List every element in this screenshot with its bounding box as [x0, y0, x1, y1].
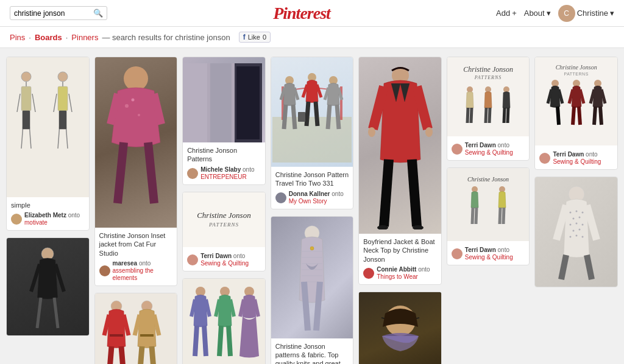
pin-card[interactable]: Christine Jonson Inset jacket from Cat F… [94, 57, 178, 286]
boards-crumb[interactable]: Boards [35, 33, 62, 42]
pinner-name: Michele Slaby [200, 166, 241, 173]
svg-point-106 [581, 236, 583, 237]
pin-image: Christine Jonson Patterns [447, 57, 530, 136]
pin-footer: Terri Dawn onto Sewing & Quilting [183, 247, 265, 271]
pin-card[interactable]: simple Elizabeth Metz onto motivate [6, 57, 90, 231]
svg-rect-54 [298, 112, 305, 122]
pinner-avatar [187, 254, 198, 265]
pins-crumb[interactable]: Pins [10, 33, 25, 42]
onto-text: onto [332, 191, 343, 197]
pin-card[interactable]: Christine Jonson PATTERNS Terri Dawn ont… [182, 192, 266, 271]
board-name[interactable]: motivate [24, 219, 48, 226]
pin-card[interactable] [534, 177, 618, 287]
search-result-text: — search results for christine jonson [102, 33, 230, 42]
svg-point-99 [569, 223, 571, 225]
pin-card[interactable]: Christine Jonson patterns & fabric. Top … [271, 216, 354, 364]
svg-line-11 [69, 94, 72, 112]
pattern-cover2-svg [459, 184, 517, 233]
pin-card[interactable] [6, 237, 90, 336]
board-name[interactable]: assembling the elements [113, 267, 154, 281]
facebook-like[interactable]: f Like 0 [239, 32, 271, 43]
pin-desc: Christine Jonson Pattern Travel Trio Two… [275, 170, 349, 188]
sep2: · [66, 33, 68, 42]
pinner-row: Donna Kallner onto My Own Story [275, 191, 349, 205]
svg-point-105 [575, 234, 577, 236]
pin-card[interactable]: DIY Infinity Twist Scarf DIY Infinity Tw… [358, 292, 442, 364]
pin-image: Christine Jonson PATTERNS [183, 192, 265, 247]
about-button[interactable]: About ▾ [524, 9, 551, 18]
pinner-avatar [539, 153, 550, 164]
pin-card[interactable]: Christine Jonson Patterns Michele Slaby … [182, 57, 266, 185]
person-photo-svg [105, 63, 166, 222]
pinner-text: Elizabeth Metz onto motivate [24, 212, 85, 226]
board-name[interactable]: Sewing & Quilting [553, 158, 601, 165]
user-chevron-icon: ▾ [610, 9, 614, 18]
pin-card[interactable]: Christine Jonson [447, 167, 530, 265]
pin-footer: Terri Dawn onto Sewing & Quilting [535, 145, 617, 169]
board-name[interactable]: ENTREPENEUR [200, 173, 247, 180]
pinner-text: Michele Slaby onto ENTREPENEUR [200, 166, 261, 181]
onto-text: onto [498, 247, 509, 253]
pinner-row: Terri Dawn onto Sewing & Quilting [187, 253, 261, 267]
board-name[interactable]: Sewing & Quilting [465, 149, 513, 156]
board-name[interactable]: Sewing & Quilting [465, 254, 513, 261]
svg-rect-15 [59, 111, 66, 129]
white-top-svg [543, 182, 610, 282]
pin-card[interactable]: Christine Jonson Pattern Travel Trio Two… [271, 57, 354, 209]
pinner-avatar [363, 268, 374, 279]
pin-image [183, 57, 265, 142]
dark-top-svg [20, 243, 75, 331]
svg-rect-6 [21, 86, 31, 111]
main-content: simple Elizabeth Metz onto motivate [0, 48, 624, 364]
search-input[interactable] [14, 9, 93, 18]
like-label: Like [248, 33, 260, 41]
pinner-avatar [187, 168, 198, 179]
pin-footer: Christine Jonson Patterns Michele Slaby … [183, 142, 265, 184]
coats-sketch-svg [99, 298, 172, 364]
header: 🔍 Pinterest Add + About ▾ C Christine ▾ [0, 0, 624, 27]
pinner-text: maresea onto assembling the elements [113, 260, 173, 282]
travel-trio-svg [272, 62, 352, 163]
svg-point-20 [125, 104, 129, 108]
svg-point-97 [572, 217, 574, 219]
svg-point-94 [569, 211, 571, 213]
pin-card[interactable] [182, 278, 266, 364]
pin-image: Christine Jonson Patterns [535, 57, 617, 145]
onto-text: onto [586, 151, 597, 158]
add-button[interactable]: Add + [496, 9, 517, 18]
pin-card[interactable] [94, 293, 178, 364]
board-name[interactable]: Sewing & Quilting [200, 260, 249, 267]
svg-point-104 [569, 236, 571, 237]
pinner-avatar [452, 248, 463, 259]
svg-point-65 [310, 247, 314, 250]
pinner-name: Terri Dawn [553, 151, 584, 158]
logo[interactable]: Pinterest [273, 4, 330, 23]
pinners-crumb[interactable]: Pinners [71, 33, 98, 42]
pin-card[interactable]: Christine Jonson Patterns [447, 57, 530, 161]
onto-text: onto [498, 142, 509, 149]
search-icon[interactable]: 🔍 [93, 9, 103, 18]
pin-card[interactable]: Boyfriend Jacket & Boat Neck Top by Chri… [358, 57, 442, 285]
pin-image [95, 293, 177, 364]
onto-text: onto [418, 266, 430, 273]
pin-image [7, 57, 89, 197]
pinner-row: Terri Dawn onto Sewing & Quilting [452, 247, 525, 261]
svg-rect-33 [210, 63, 232, 142]
pinner-text: Connie Abbitt onto Things to Wear [377, 266, 437, 281]
svg-point-98 [578, 216, 580, 218]
svg-rect-35 [236, 66, 260, 139]
svg-point-102 [572, 229, 574, 231]
svg-point-9 [58, 72, 68, 82]
svg-rect-32 [183, 63, 207, 142]
about-chevron-icon: ▾ [547, 9, 551, 18]
pinner-avatar [99, 265, 110, 276]
board-name[interactable]: Things to Wear [377, 273, 418, 280]
pin-grid: simple Elizabeth Metz onto motivate [6, 57, 618, 364]
user-menu[interactable]: C Christine ▾ [558, 5, 614, 22]
svg-point-19 [124, 66, 148, 91]
pin-image [535, 177, 617, 287]
pin-card[interactable]: Christine Jonson Patterns [534, 57, 618, 170]
cj-logo-text: Christine Jonson PATTERNS [192, 205, 255, 234]
board-name[interactable]: My Own Story [289, 198, 327, 205]
fashion-sketch-svg [14, 63, 81, 191]
